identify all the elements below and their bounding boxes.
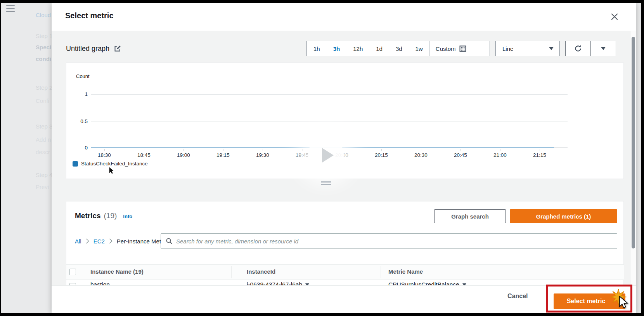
frame-edge — [641, 0, 644, 316]
x-tick-mark — [263, 149, 263, 151]
x-tick-label: 18:45 — [132, 152, 156, 158]
backdrop-step-2-title: Confi — [36, 97, 52, 104]
y-tick-0-5: 0.5 — [66, 118, 88, 124]
graph-name-row: Untitled graph — [66, 43, 121, 54]
breadcrumb-all[interactable]: All — [75, 238, 81, 245]
metrics-heading: Metrics (19) Info — [75, 212, 132, 220]
metric-search-box — [161, 233, 617, 249]
metric-search-input[interactable] — [176, 238, 612, 245]
chevron-down-icon — [601, 47, 606, 50]
time-range-3h-selected[interactable]: 3h — [327, 41, 347, 56]
x-tick-mark — [104, 149, 105, 151]
x-tick-mark — [500, 149, 500, 151]
backdrop-step-3-title: Add n — [36, 136, 52, 143]
column-header-metric-name[interactable]: Metric Name — [388, 268, 423, 275]
x-tick-mark — [184, 149, 184, 151]
breadcrumb-ec2[interactable]: EC2 — [93, 238, 105, 245]
time-range-12h[interactable]: 12h — [346, 41, 369, 56]
time-range-1d[interactable]: 1d — [369, 41, 389, 56]
refresh-icon — [574, 44, 582, 53]
time-range-control: 1h 3h 12h 1d 3d 1w Custom — [306, 41, 490, 56]
modal-title: Select metric — [65, 11, 114, 20]
x-tick-mark — [381, 149, 382, 151]
x-tick-mark — [223, 149, 223, 151]
column-divider — [80, 266, 80, 278]
frame-edge — [0, 0, 1, 316]
column-header-instance-id[interactable]: InstanceId — [247, 268, 275, 275]
axis-line-tail — [554, 148, 568, 148]
x-tick-label: 19:30 — [250, 152, 275, 158]
chart-legend[interactable]: StatusCheckFailed_Instance — [73, 161, 148, 167]
x-tick-mark — [302, 149, 303, 151]
play-icon — [322, 148, 334, 163]
scrollbar-thumb[interactable] — [632, 37, 635, 248]
chart-panel: Count 1 0.5 0 18:30 18:45 19:00 19:15 — [66, 63, 624, 179]
select-metric-button[interactable]: Select metric — [554, 293, 625, 309]
y-tick-0: 0 — [66, 145, 88, 151]
y-axis-unit-label: Count — [76, 73, 90, 79]
close-icon[interactable] — [610, 12, 619, 21]
backdrop-step-4-title: Previ — [36, 184, 52, 190]
video-play-button[interactable] — [308, 137, 344, 174]
select-metric-modal: Select metric Untitled graph 1h 3h 12h 1… — [52, 3, 636, 313]
backdrop-step-1-title-2: condi — [36, 56, 52, 62]
x-tick-mark — [460, 149, 461, 151]
x-tick-label: 19:15 — [211, 152, 235, 158]
legend-label: StatusCheckFailed_Instance — [81, 161, 148, 167]
x-tick-mark — [421, 149, 421, 151]
legend-swatch — [73, 161, 78, 167]
time-range-1h[interactable]: 1h — [307, 41, 327, 56]
gridline — [91, 94, 568, 95]
search-icon — [166, 238, 173, 245]
modal-header: Select metric — [52, 3, 636, 31]
metrics-count: (19) — [104, 212, 117, 220]
graph-name: Untitled graph — [66, 45, 109, 53]
x-tick-label: 20:15 — [369, 152, 394, 158]
column-header-instance-name[interactable]: Instance Name (19) — [90, 268, 144, 275]
cancel-button[interactable]: Cancel — [507, 293, 528, 300]
refresh-button-group — [565, 41, 616, 56]
time-range-1w[interactable]: 1w — [409, 41, 429, 56]
refresh-options-button[interactable] — [590, 41, 616, 56]
chart-type-value: Line — [502, 45, 513, 52]
mouse-cursor-icon — [109, 167, 115, 174]
time-range-3d[interactable]: 3d — [389, 41, 409, 56]
chevron-right-icon — [86, 238, 89, 244]
chevron-right-icon — [109, 238, 113, 244]
chevron-down-icon — [549, 47, 554, 50]
x-tick-label: 21:00 — [488, 152, 512, 158]
calendar-icon — [459, 45, 466, 52]
select-all-checkbox[interactable] — [69, 269, 76, 275]
graph-search-button[interactable]: Graph search — [434, 209, 506, 223]
x-tick-mark — [540, 149, 540, 151]
backdrop-service-link: Cloud — [36, 12, 52, 18]
backdrop-step-1-label: Step 1 — [36, 33, 52, 39]
frame-edge — [0, 0, 644, 3]
x-tick-label: 20:45 — [448, 152, 473, 158]
resize-handle[interactable] — [321, 181, 331, 185]
time-range-custom[interactable]: Custom — [430, 41, 473, 56]
frame-edge — [0, 313, 644, 316]
column-divider — [381, 266, 381, 278]
table-header-row — [66, 264, 624, 280]
modal-footer: Cancel Select metric — [52, 285, 636, 313]
x-tick-label: 18:30 — [92, 152, 117, 158]
metrics-title: Metrics — [75, 212, 101, 220]
app-screen: Cloud Step 1 Speci condi Step 2 Confi St… — [0, 0, 644, 316]
edit-icon[interactable] — [114, 45, 121, 52]
chart-type-select[interactable]: Line — [495, 41, 560, 56]
refresh-button[interactable] — [566, 41, 590, 56]
backdrop-step-1-title: Speci — [36, 44, 52, 50]
graphed-metrics-button[interactable]: Graphed metrics (1) — [510, 209, 617, 223]
hamburger-menu-icon[interactable] — [6, 5, 15, 12]
y-tick-1: 1 — [66, 91, 88, 97]
breadcrumb: All EC2 Per-Instance Metrics — [75, 233, 170, 249]
backdrop-step-2-label: Step 2 — [36, 84, 52, 91]
info-link[interactable]: Info — [123, 214, 132, 219]
modal-scrollbar[interactable] — [630, 31, 636, 285]
gridline — [91, 122, 568, 122]
x-tick-mark — [144, 149, 144, 151]
x-tick-label: 21:15 — [527, 152, 552, 158]
backdrop-step-3-label: Step 3 — [36, 123, 52, 130]
x-tick-label: 19:00 — [171, 152, 196, 158]
